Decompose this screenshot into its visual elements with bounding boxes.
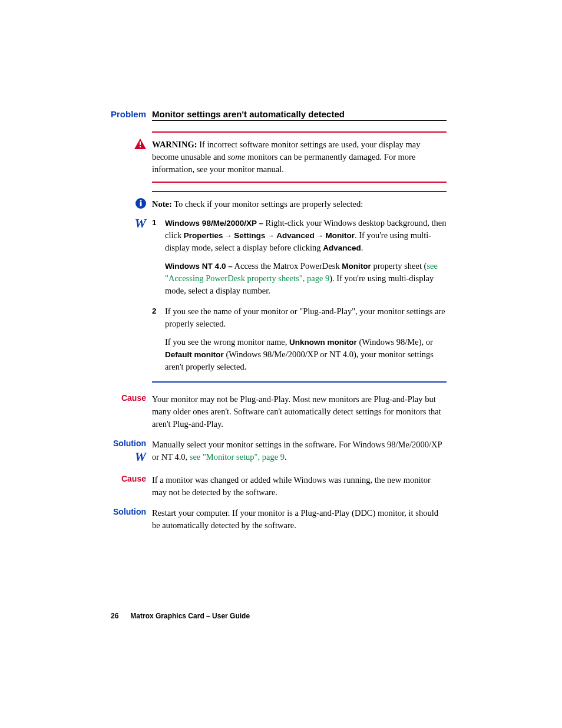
warning-block: WARNING: If incorrect software monitor s… [111, 139, 447, 176]
step-2-body: If you see the name of your monitor or "… [165, 305, 447, 373]
cause-1-text: Your monitor may not be Plug-and-Play. M… [152, 393, 447, 430]
info-icon [135, 198, 146, 209]
warning-icon [134, 139, 146, 149]
cause-1: Cause Your monitor may not be Plug-and-P… [111, 393, 447, 430]
solution-1-text: Manually select your monitor settings in… [152, 439, 447, 463]
warning-prefix: WARNING: [152, 140, 197, 149]
note-prefix: Note: [152, 199, 172, 209]
windows-icon: W [134, 449, 146, 464]
cause-1-label: Cause [111, 393, 152, 403]
info-icon-cell [111, 198, 152, 211]
solution-2-text: Restart your computer. If your monitor i… [152, 507, 447, 532]
step-1-body: Windows 98/Me/2000/XP – Right-click your… [165, 217, 447, 297]
step-2: 2 If you see the name of your monitor or… [152, 305, 447, 373]
cause-2-label: Cause [111, 474, 152, 483]
problem-label: Problem [111, 109, 146, 119]
svg-point-3 [140, 200, 142, 202]
warning-text: WARNING: If incorrect software monitor s… [152, 139, 447, 176]
svg-rect-0 [140, 141, 141, 145]
solution-2: Solution Restart your computer. If your … [111, 507, 447, 532]
solution-1-label-cell: Solution W [111, 439, 152, 463]
warning-icon-cell [111, 139, 152, 151]
solution-1: Solution W Manually select your monitor … [111, 439, 447, 463]
cause-2: Cause If a monitor was changed or added … [111, 474, 447, 499]
link-monitor-setup[interactable]: see "Monitor setup", page 9 [190, 452, 285, 462]
step-2-number: 2 [152, 305, 165, 373]
step-1: 1 Windows 98/Me/2000/XP – Right-click yo… [152, 217, 447, 297]
windows-icon: W [134, 216, 146, 230]
problem-heading: Problem Monitor settings aren't automati… [111, 109, 447, 119]
footer-title: Matrox Graphics Card – User Guide [130, 612, 250, 620]
windows-icon-cell: W [111, 217, 152, 230]
problem-title: Monitor settings aren't automatically de… [146, 109, 345, 119]
heading-underline [152, 120, 447, 121]
page-content: Problem Monitor settings aren't automati… [111, 109, 447, 532]
solution-2-label: Solution [111, 507, 152, 516]
svg-rect-1 [140, 146, 141, 147]
cause-2-text: If a monitor was changed or added while … [152, 474, 447, 499]
solution-1-label: Solution [111, 439, 146, 448]
page-footer: 26 Matrox Graphics Card – User Guide [111, 612, 250, 620]
page-number: 26 [111, 612, 128, 620]
note-text: Note: To check if your monitor settings … [152, 198, 447, 210]
step-1-number: 1 [152, 217, 165, 297]
note-block: Note: To check if your monitor settings … [111, 198, 447, 211]
step-1-row: W 1 Windows 98/Me/2000/XP – Right-click … [111, 217, 447, 373]
svg-rect-4 [140, 202, 142, 206]
